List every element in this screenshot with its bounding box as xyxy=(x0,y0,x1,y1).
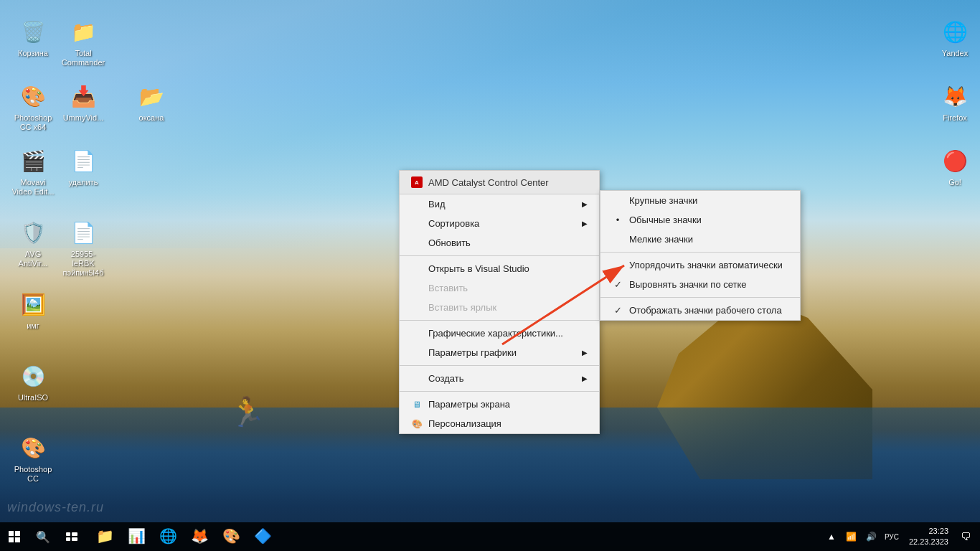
menu-item-refresh[interactable]: Обновить xyxy=(400,233,599,253)
taskbar-app-photoshop-tb[interactable]: 🎨 xyxy=(215,522,247,551)
sub-label-align-grid: Выровнять значки по сетке xyxy=(629,279,747,290)
icon-image-file-25955: 📄 xyxy=(69,218,98,247)
runner-figure: 🏃 xyxy=(230,395,265,429)
desktop-icon-ultraiso[interactable]: 💿 UltraISO xyxy=(7,359,59,405)
sub-menu-item-normal-icons[interactable]: • Обычные значки xyxy=(600,210,800,230)
bullet-normal-icons: • xyxy=(616,215,620,225)
icon-image-photoshop-cc: 🎨 xyxy=(19,433,47,462)
sub-item-left-align-grid: ✓ Выровнять значки по сетке xyxy=(612,279,747,290)
network-icon[interactable]: ▲ xyxy=(823,522,840,551)
desktop-icon-img[interactable]: 🖼️ имг xyxy=(7,287,59,334)
sub-item-left-small-icons: ✓ Мелкие значки xyxy=(612,234,693,245)
system-tray: ▲ 📶 🔊 РУС 23:23 22.23.2323 🗨 xyxy=(823,522,980,551)
menu-item-open-vs[interactable]: Открыть в Visual Studio xyxy=(400,259,599,278)
search-button[interactable]: 🔍 xyxy=(29,522,57,551)
taskbar-app-task-manager[interactable]: 📊 xyxy=(121,522,152,551)
sub-sep-sep2 xyxy=(600,297,800,298)
icon-image-photoshop-cc64: 🎨 xyxy=(19,82,47,110)
icon-label-movavi: Movavi Video Edit... xyxy=(10,178,56,197)
taskbar-app-explorer[interactable]: 📁 xyxy=(89,522,121,551)
desktop-icon-photoshop-cc[interactable]: 🎨 Photoshop CC xyxy=(7,430,59,486)
clock[interactable]: 23:23 22.23.2323 xyxy=(903,526,954,548)
icon-label-firefox-right: Firefox xyxy=(943,113,967,123)
sub-label-small-icons: Мелкие значки xyxy=(629,234,693,245)
sub-icon-normal-icons: • xyxy=(612,215,623,225)
lang-indicator[interactable]: РУС xyxy=(883,522,900,551)
sub-menu-item-align-grid[interactable]: ✓ Выровнять значки по сетке xyxy=(600,275,800,294)
menu-item-view[interactable]: Вид ▶ xyxy=(400,194,599,214)
menu-label-sort: Сортировка xyxy=(428,218,479,229)
sub-menu-item-small-icons[interactable]: ✓ Мелкие значки xyxy=(600,230,800,249)
icon-label-ummy-video: UmmyVid... xyxy=(63,113,104,123)
checkmark-show-icons: ✓ xyxy=(614,305,622,316)
volume-icon[interactable]: 🔊 xyxy=(863,522,880,551)
menu-item-left-open-vs: Открыть в Visual Studio xyxy=(411,263,529,274)
sub-sep-sep1 xyxy=(600,252,800,253)
icon-label-yandex: Yandex xyxy=(942,49,969,58)
context-menu-title: AMD Catalyst Control Center xyxy=(428,177,549,188)
icon-image-ummy-video: 📥 xyxy=(69,82,98,110)
desktop-icon-recycle-bin[interactable]: 🗑️ Корзина xyxy=(7,14,59,61)
menu-item-screen-params[interactable]: 🖥 Параметры экрана xyxy=(400,395,599,414)
sub-label-normal-icons: Обычные значки xyxy=(629,215,702,225)
icon-image-udalit: 📄 xyxy=(69,146,98,175)
icon-image-avg: 🛡️ xyxy=(19,218,47,247)
desktop-icon-avg[interactable]: 🛡️ AVG AntiVir... xyxy=(7,215,59,271)
menu-item-create[interactable]: Создать ▶ xyxy=(400,369,599,388)
desktop-icon-total-commander[interactable]: 📁 Total Commander xyxy=(57,14,109,70)
menu-label-graphics-params: Параметры графики xyxy=(428,347,517,358)
menu-item-graphics-props[interactable]: Графические характеристики... xyxy=(400,324,599,343)
desktop-icon-file-25955[interactable]: 📄 25955-leRBK пэйпин5l4б xyxy=(57,215,109,281)
sub-menu-item-auto-arrange[interactable]: ✓ Упорядочить значки автоматически xyxy=(600,255,800,275)
menu-label-paste-shortcut: Вставить ярлык xyxy=(428,302,496,313)
desktop-icon-movavi[interactable]: 🎬 Movavi Video Edit... xyxy=(7,143,59,199)
menu-label-create: Создать xyxy=(428,373,463,384)
sub-label-auto-arrange: Упорядочить значки автоматически xyxy=(629,260,783,270)
sub-icon-show-icons: ✓ xyxy=(612,305,623,316)
desktop-icon-yandex[interactable]: 🌐 Yandex xyxy=(929,14,980,61)
notification-button[interactable]: 🗨 xyxy=(957,522,974,551)
windows-logo-icon xyxy=(9,531,20,542)
svg-rect-4 xyxy=(66,537,70,541)
sub-menu-item-large-icons[interactable]: ✓ Крупные значки xyxy=(600,191,800,210)
sub-label-show-icons: Отображать значки рабочего стола xyxy=(629,305,782,316)
sub-menu-item-show-icons[interactable]: ✓ Отображать значки рабочего стола xyxy=(600,301,800,320)
menu-arrow-create: ▶ xyxy=(582,375,588,382)
start-button[interactable] xyxy=(0,522,29,551)
date-display: 22.23.2323 xyxy=(909,537,948,547)
menu-item-left-paste: Вставить xyxy=(411,283,468,293)
sub-icon-auto-arrange: ✓ xyxy=(612,260,623,270)
network-status-icon[interactable]: 📶 xyxy=(843,522,860,551)
taskbar-apps: 📁📊🌐🦊🎨🔷 xyxy=(89,522,278,551)
menu-item-left-sort: Сортировка xyxy=(411,218,479,229)
icon-label-avg: AVG AntiVir... xyxy=(10,250,56,268)
amd-icon: A xyxy=(411,176,423,188)
desktop-icon-photoshop-cc64[interactable]: 🎨 Photoshop CC x64 xyxy=(7,79,59,135)
icon-image-img: 🖼️ xyxy=(19,290,47,319)
taskbar-app-firefox-tb[interactable]: 🦊 xyxy=(184,522,215,551)
menu-item-graphics-params[interactable]: Параметры графики ▶ xyxy=(400,343,599,362)
icon-image-firefox-right: 🦊 xyxy=(941,82,969,110)
sub-icon-small-icons: ✓ xyxy=(612,234,623,245)
menu-item-paste: Вставить xyxy=(400,278,599,298)
menu-item-sort[interactable]: Сортировка ▶ xyxy=(400,214,599,233)
desktop-icon-ummy-video[interactable]: 📥 UmmyVid... xyxy=(57,79,109,126)
task-view-button[interactable] xyxy=(57,522,86,551)
icon-label-file-25955: 25955-leRBK пэйпин5l4б xyxy=(60,250,106,278)
menu-arrow-graphics-params: ▶ xyxy=(582,349,588,357)
icon-label-oksana-folder: оксана xyxy=(139,113,164,123)
taskbar-app-chrome[interactable]: 🌐 xyxy=(152,522,184,551)
icon-image-recycle-bin: 🗑️ xyxy=(19,17,47,46)
svg-rect-2 xyxy=(66,532,70,536)
menu-label-personalize: Персонализация xyxy=(428,418,501,429)
menu-item-left-screen-params: 🖥 Параметры экрана xyxy=(411,399,510,410)
sub-icon-align-grid: ✓ xyxy=(612,279,623,290)
desktop-icon-udalit[interactable]: 📄 удалить xyxy=(57,143,109,190)
menu-item-personalize[interactable]: 🎨 Персонализация xyxy=(400,414,599,433)
desktop-icon-oksana-folder[interactable]: 📂 оксана xyxy=(126,79,177,126)
menu-arrow-view: ▶ xyxy=(582,200,588,208)
menu-separator-sep3 xyxy=(400,365,599,366)
taskbar-app-visualstudio-tb[interactable]: 🔷 xyxy=(247,522,278,551)
desktop-icon-go[interactable]: 🔴 Go! xyxy=(929,143,980,190)
desktop-icon-firefox-right[interactable]: 🦊 Firefox xyxy=(929,79,980,126)
